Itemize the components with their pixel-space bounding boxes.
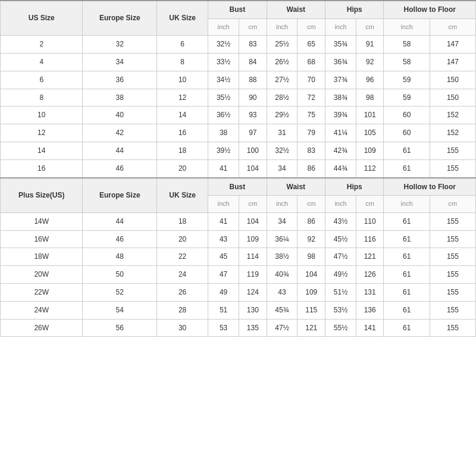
table-cell: 147 [430, 53, 475, 71]
table-cell: 155 [430, 212, 475, 230]
table-cell: 8 [157, 53, 208, 71]
table-cell: 61 [384, 230, 430, 248]
table-cell: 43 [208, 230, 239, 248]
hips-cm-label: cm [356, 18, 384, 35]
table-cell: 6 [1, 71, 83, 89]
table-row: 1242163897317941¼10560152 [1, 124, 476, 142]
plus-bust-inch-label: inch [208, 196, 239, 212]
table-cell: 28 [157, 301, 208, 319]
table-row: 8381235½9028½7238¾9859150 [1, 89, 476, 107]
table-row: 232632½8325½6535¾9158147 [1, 36, 476, 54]
table-cell: 61 [384, 159, 430, 177]
table-cell: 38 [83, 89, 157, 107]
table-cell: 121 [298, 319, 325, 337]
bust-inch-label: inch [208, 18, 239, 35]
table-cell: 131 [356, 283, 384, 301]
table-cell: 104 [239, 159, 267, 177]
table-cell: 33½ [208, 53, 239, 71]
htf-inch-label: inch [384, 18, 430, 35]
bust-cm-label: cm [239, 18, 267, 35]
table-cell: 58 [384, 53, 430, 71]
table-cell: 79 [298, 124, 325, 142]
plus-waist-inch-label: inch [267, 196, 298, 212]
header-us-size: US Size [1, 1, 83, 36]
header-eu-size: Europe Size [83, 1, 157, 36]
table-cell: 26 [157, 283, 208, 301]
table-cell: 115 [298, 301, 325, 319]
plus-header-bust: Bust [208, 178, 267, 196]
table-cell: 98 [356, 89, 384, 107]
table-cell: 68 [298, 53, 325, 71]
table-cell: 70 [298, 71, 325, 89]
plus-header-us-size: Plus Size(US) [1, 178, 83, 213]
table-cell: 20W [1, 266, 83, 284]
table-cell: 96 [356, 71, 384, 89]
table-cell: 38 [208, 124, 239, 142]
table-row: 22W5226491244310951½13161155 [1, 283, 476, 301]
table-cell: 92 [356, 53, 384, 71]
table-cell: 26W [1, 319, 83, 337]
table-cell: 91 [356, 36, 384, 54]
table-cell: 42 [83, 124, 157, 142]
table-cell: 2 [1, 36, 83, 54]
table-cell: 119 [239, 266, 267, 284]
header-uk-size: UK Size [157, 1, 208, 36]
table-cell: 45¾ [267, 301, 298, 319]
table-cell: 20 [157, 230, 208, 248]
plus-htf-cm-label: cm [430, 196, 475, 212]
table-cell: 34 [267, 212, 298, 230]
table-cell: 83 [239, 36, 267, 54]
table-cell: 43½ [325, 212, 356, 230]
table-cell: 36½ [208, 107, 239, 124]
table-cell: 25½ [267, 36, 298, 54]
header-hips: Hips [325, 1, 384, 18]
table-cell: 150 [430, 89, 475, 107]
plus-header-waist: Waist [267, 178, 325, 196]
table-cell: 24W [1, 301, 83, 319]
table-cell: 31 [267, 124, 298, 142]
table-cell: 155 [430, 283, 475, 301]
table-cell: 16 [1, 159, 83, 177]
table-cell: 6 [157, 36, 208, 54]
table-cell: 39½ [208, 142, 239, 159]
table-cell: 109 [298, 283, 325, 301]
table-cell: 109 [239, 230, 267, 248]
table-cell: 104 [239, 212, 267, 230]
standard-size-body: 232632½8325½6535¾9158147434833½8426½6836… [1, 36, 476, 178]
table-cell: 75 [298, 107, 325, 124]
waist-cm-label: cm [298, 18, 325, 35]
table-cell: 36¼ [267, 230, 298, 248]
table-cell: 40 [83, 107, 157, 124]
table-cell: 12 [157, 89, 208, 107]
table-cell: 155 [430, 301, 475, 319]
plus-size-body: 14W441841104348643½1106115516W4620431093… [1, 212, 476, 337]
table-cell: 155 [430, 230, 475, 248]
table-cell: 72 [298, 89, 325, 107]
table-cell: 97 [239, 124, 267, 142]
table-cell: 46 [83, 159, 157, 177]
hips-inch-label: inch [325, 18, 356, 35]
table-row: 18W48224511438½9847½12161155 [1, 248, 476, 266]
table-cell: 44¾ [325, 159, 356, 177]
table-cell: 59 [384, 71, 430, 89]
table-cell: 49 [208, 283, 239, 301]
table-row: 16462041104348644¾11261155 [1, 159, 476, 177]
table-cell: 56 [83, 319, 157, 337]
table-cell: 44 [83, 142, 157, 159]
table-cell: 4 [1, 53, 83, 71]
table-cell: 18 [157, 212, 208, 230]
table-cell: 34 [267, 159, 298, 177]
table-cell: 136 [356, 301, 384, 319]
table-cell: 50 [83, 266, 157, 284]
table-cell: 22 [157, 248, 208, 266]
table-cell: 104 [298, 266, 325, 284]
table-cell: 101 [356, 107, 384, 124]
table-cell: 88 [239, 71, 267, 89]
table-cell: 152 [430, 124, 475, 142]
table-cell: 16W [1, 230, 83, 248]
table-cell: 100 [239, 142, 267, 159]
table-cell: 14 [1, 142, 83, 159]
table-cell: 39¾ [325, 107, 356, 124]
table-cell: 32 [83, 36, 157, 54]
header-waist: Waist [267, 1, 325, 18]
